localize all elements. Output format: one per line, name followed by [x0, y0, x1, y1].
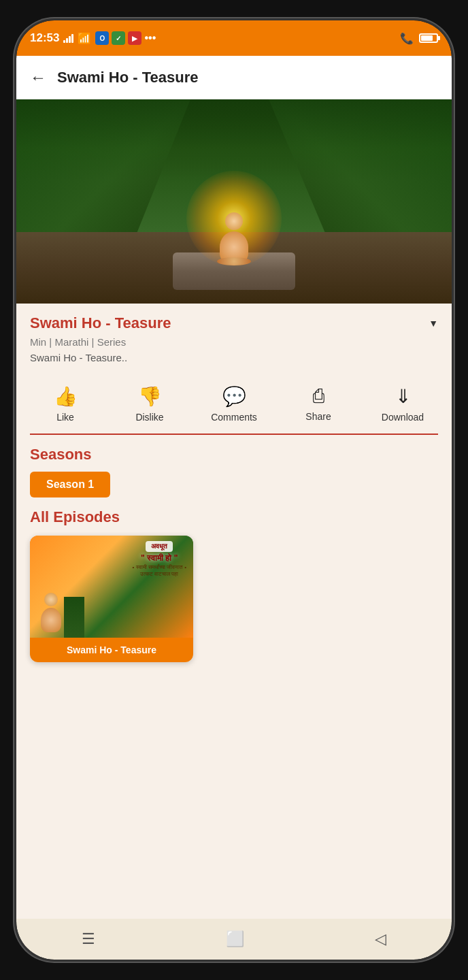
episode-label: Swami Ho - Teasure: [30, 638, 193, 662]
episode-thumbnail: अवधूत " स्वामी हो " • स्वामी समर्थांच्या…: [30, 536, 193, 638]
back-button[interactable]: ←: [30, 68, 46, 87]
episodes-section: All Episodes: [16, 508, 452, 673]
share-icon: ⎙: [313, 385, 324, 407]
dislike-icon: 👎: [138, 385, 162, 408]
show-title-row: Swami Ho - Teasure ▼: [30, 314, 438, 332]
home-icon[interactable]: ⬜: [226, 930, 244, 948]
episode-card[interactable]: अवधूत " स्वामी हो " • स्वामी समर्थांच्या…: [30, 536, 193, 662]
status-left: 12:53 📶 O ✓ ▶ •••: [30, 31, 156, 45]
status-bar: 12:53 📶 O ✓ ▶ ••• 📞: [16, 20, 452, 56]
like-label: Like: [56, 412, 74, 423]
comments-icon: 💬: [222, 385, 246, 408]
like-icon: 👍: [54, 385, 78, 408]
share-button[interactable]: ⎙ Share: [291, 385, 346, 423]
thumb-body: [41, 608, 61, 632]
episodes-title: All Episodes: [30, 508, 438, 526]
show-description: Swami Ho - Teasure..: [30, 352, 438, 363]
swami-head: [225, 212, 243, 230]
app-icon-3: ▶: [128, 31, 141, 45]
thumb-logo: अवधूत: [146, 541, 173, 552]
foliage-top: [16, 99, 452, 181]
bottom-nav: ☰ ⬜ ◁: [16, 919, 452, 960]
thumb-subtitle: • स्वामी समर्थांच्या जीवनात •उत्कट वाटचा…: [133, 564, 187, 578]
download-icon: ⇓: [395, 385, 411, 408]
seasons-section: Seasons Season 1: [16, 435, 452, 508]
dislike-label: Dislike: [135, 412, 163, 423]
season-1-button[interactable]: Season 1: [30, 472, 110, 497]
thumb-figure: [41, 593, 61, 632]
thumb-tree: [64, 597, 84, 638]
swami-figure: [220, 212, 248, 263]
thumb-head: [44, 593, 58, 606]
battery-icon: [419, 33, 438, 43]
action-buttons: 👍 Like 👎 Dislike 💬 Comments ⎙ Share ⇓: [16, 377, 452, 434]
swami-legs: [217, 257, 251, 265]
thumb-text-area: अवधूत " स्वामी हो " • स्वामी समर्थांच्या…: [133, 541, 187, 578]
swami-body: [220, 231, 248, 263]
menu-icon[interactable]: ☰: [82, 930, 95, 948]
content-area: Swami Ho - Teasure ▼ Min | Marathi | Ser…: [16, 304, 452, 919]
seasons-title: Seasons: [30, 446, 438, 463]
phone-icon: 📞: [400, 32, 414, 45]
status-right: 📞: [400, 32, 438, 45]
show-title: Swami Ho - Teasure: [30, 314, 171, 332]
back-nav-icon[interactable]: ◁: [375, 930, 386, 948]
ep-thumb-inner: अवधूत " स्वामी हो " • स्वामी समर्थांच्या…: [30, 536, 193, 638]
dropdown-arrow[interactable]: ▼: [429, 318, 438, 329]
thumb-title: " स्वामी हो ": [141, 553, 178, 563]
hero-image: [16, 99, 452, 304]
download-label: Download: [382, 412, 424, 423]
wifi-icon: 📶: [78, 32, 91, 45]
dislike-button[interactable]: 👎 Dislike: [122, 385, 177, 423]
like-button[interactable]: 👍 Like: [38, 385, 93, 423]
comments-label: Comments: [211, 412, 257, 423]
app-icon-1: O: [95, 31, 109, 45]
share-label: Share: [305, 411, 331, 422]
show-info: Swami Ho - Teasure ▼ Min | Marathi | Ser…: [16, 304, 452, 377]
app-icon-2: ✓: [112, 31, 125, 45]
signal-bars: [63, 33, 73, 43]
show-meta: Min | Marathi | Series: [30, 336, 438, 348]
top-nav: ← Swami Ho - Teasure: [16, 56, 452, 99]
page-title: Swami Ho - Teasure: [57, 69, 198, 86]
app-icons: O ✓ ▶ •••: [95, 31, 156, 45]
comments-button[interactable]: 💬 Comments: [207, 385, 261, 423]
status-time: 12:53: [30, 31, 59, 45]
download-button[interactable]: ⇓ Download: [375, 385, 430, 423]
more-dots: •••: [144, 32, 156, 44]
